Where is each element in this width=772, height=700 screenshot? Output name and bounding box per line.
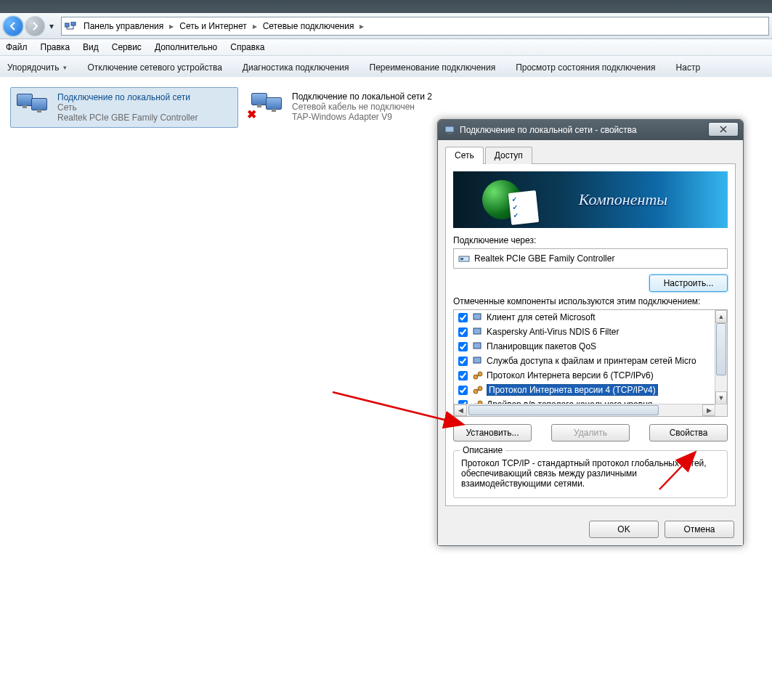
scroll-thumb[interactable]	[468, 405, 659, 415]
component-label: Клиент для сетей Microsoft	[487, 312, 596, 322]
adapter-field: Realtek PCIe GBE Family Controller	[453, 248, 728, 269]
connection-title: Подключение по локальной сети 2	[292, 91, 432, 102]
connections-pane: Подключение по локальной сети Сеть Realt…	[0, 77, 772, 700]
menu-advanced[interactable]: Дополнительно	[155, 42, 217, 52]
vertical-scrollbar[interactable]: ▲ ▼	[715, 310, 727, 404]
scroll-left-button[interactable]: ◀	[454, 404, 467, 416]
address-bar[interactable]: Панель управления ▸ Сеть и Интернет ▸ Се…	[61, 17, 769, 36]
network-adapter-icon	[444, 124, 455, 136]
client-icon	[472, 312, 484, 323]
dialog-close-button[interactable]	[708, 122, 739, 137]
menu-file[interactable]: Файл	[6, 42, 28, 52]
adapter-icon	[458, 253, 470, 264]
tab-panel-network: Компоненты Подключение через: Realtek PC…	[445, 164, 736, 506]
properties-dialog: Подключение по локальной сети - свойства…	[437, 119, 744, 546]
svg-rect-6	[474, 314, 481, 320]
service-icon	[472, 341, 484, 352]
menu-view[interactable]: Вид	[83, 42, 99, 52]
disconnected-icon: ✖	[247, 107, 256, 121]
breadcrumb-seg[interactable]: Панель управления	[79, 21, 168, 31]
scroll-corner	[715, 404, 727, 416]
component-label: Протокол Интернета версии 6 (TCP/IPv6)	[487, 370, 654, 380]
breadcrumb-caret-icon[interactable]: ▸	[358, 21, 365, 31]
connection-icon: ✖	[250, 91, 285, 121]
properties-button[interactable]: Свойства	[649, 424, 728, 441]
components-listbox[interactable]: Клиент для сетей Microsoft Kaspersky Ant…	[453, 309, 728, 417]
install-button[interactable]: Установить...	[453, 424, 532, 441]
window-titlebar	[0, 0, 772, 13]
remove-button: Удалить	[551, 424, 630, 441]
menu-edit[interactable]: Правка	[41, 42, 70, 52]
component-checkbox[interactable]	[458, 371, 468, 380]
dialog-titlebar[interactable]: Подключение по локальной сети - свойства	[438, 120, 743, 140]
disable-device-button[interactable]: Отключение сетевого устройства	[87, 62, 222, 73]
component-item[interactable]: Планировщик пакетов QoS	[454, 339, 715, 354]
view-status-button[interactable]: Просмотр состояния подключения	[516, 62, 655, 73]
configure-button[interactable]: Настроить...	[649, 274, 728, 292]
tab-access[interactable]: Доступ	[485, 147, 532, 164]
breadcrumb-caret-icon[interactable]: ▸	[251, 21, 259, 31]
breadcrumb-seg[interactable]: Сетевые подключения	[259, 21, 359, 31]
adapter-name: Realtek PCIe GBE Family Controller	[474, 253, 614, 264]
scroll-up-button[interactable]: ▲	[715, 310, 727, 323]
nav-back-button[interactable]	[3, 16, 23, 36]
component-checkbox[interactable]	[458, 357, 468, 366]
component-checkbox[interactable]	[458, 327, 468, 337]
components-label: Отмеченные компоненты используются этим …	[453, 296, 728, 306]
connection-item-lan1[interactable]: Подключение по локальной сети Сеть Realt…	[10, 87, 238, 128]
cancel-button[interactable]: Отмена	[665, 521, 734, 538]
components-banner: Компоненты	[453, 171, 728, 228]
nav-forward-button[interactable]	[25, 16, 45, 36]
dialog-footer: OK Отмена	[438, 513, 743, 545]
dialog-tabs: Сеть Доступ	[445, 146, 736, 164]
organize-button[interactable]: Упорядочить	[7, 62, 67, 73]
component-label: Служба доступа к файлам и принтерам сете…	[487, 356, 696, 366]
svg-rect-3	[447, 133, 452, 134]
network-icon	[65, 20, 76, 32]
connect-via-label: Подключение через:	[453, 235, 728, 245]
component-checkbox[interactable]	[458, 386, 468, 395]
description-group: Описание Протокол TCP/IP - стандартный п…	[453, 450, 728, 498]
component-label: Kaspersky Anti-Virus NDIS 6 Filter	[487, 327, 619, 337]
component-item[interactable]: Служба доступа к файлам и принтерам сете…	[454, 354, 715, 368]
settings-button[interactable]: Настр	[676, 62, 701, 73]
ok-button[interactable]: OK	[589, 521, 659, 538]
svg-rect-7	[474, 328, 481, 334]
component-label: Протокол Интернета версии 4 (TCP/IPv4)	[487, 384, 658, 396]
checklist-icon	[508, 190, 539, 225]
connection-icon	[15, 92, 50, 121]
svg-rect-8	[474, 343, 481, 349]
scroll-down-button[interactable]: ▼	[715, 391, 727, 404]
menu-bar: Файл Правка Вид Сервис Дополнительно Спр…	[0, 39, 772, 56]
component-checkbox[interactable]	[458, 313, 468, 322]
component-item[interactable]: Протокол Интернета версии 6 (TCP/IPv6)	[454, 368, 715, 383]
diagnose-button[interactable]: Диагностика подключения	[243, 62, 349, 73]
component-checkbox[interactable]	[458, 342, 468, 351]
connection-adapter: Realtek PCIe GBE Family Controller	[57, 113, 198, 123]
component-item[interactable]: Kaspersky Anti-Virus NDIS 6 Filter	[454, 325, 715, 339]
banner-text: Компоненты	[579, 190, 667, 209]
navigation-bar: ▾ Панель управления ▸ Сеть и Интернет ▸ …	[0, 13, 772, 39]
description-text: Протокол TCP/IP - стандартный протокол г…	[461, 458, 720, 489]
svg-rect-9	[474, 357, 481, 363]
menu-help[interactable]: Справка	[230, 42, 264, 52]
protocol-icon	[472, 384, 484, 396]
scroll-right-button[interactable]: ▶	[702, 404, 715, 416]
tab-network[interactable]: Сеть	[445, 147, 484, 164]
connection-title: Подключение по локальной сети	[57, 92, 198, 102]
rename-button[interactable]: Переименование подключения	[370, 62, 496, 73]
breadcrumb-seg[interactable]: Сеть и Интернет	[175, 21, 251, 31]
svg-rect-2	[445, 126, 454, 132]
breadcrumb-caret-icon[interactable]: ▸	[168, 21, 175, 31]
horizontal-scrollbar[interactable]: ◀ ▶	[454, 404, 715, 416]
scroll-thumb[interactable]	[716, 323, 726, 375]
nav-history-dropdown[interactable]: ▾	[46, 16, 57, 36]
component-item[interactable]: Клиент для сетей Microsoft	[454, 310, 715, 325]
connection-status: Сетевой кабель не подключен	[292, 102, 432, 112]
service-icon	[472, 326, 484, 338]
menu-tools[interactable]: Сервис	[112, 42, 142, 52]
svg-rect-5	[460, 258, 463, 260]
component-item-selected[interactable]: Протокол Интернета версии 4 (TCP/IPv4)	[454, 383, 715, 397]
service-icon	[472, 355, 484, 367]
protocol-icon	[472, 370, 484, 381]
